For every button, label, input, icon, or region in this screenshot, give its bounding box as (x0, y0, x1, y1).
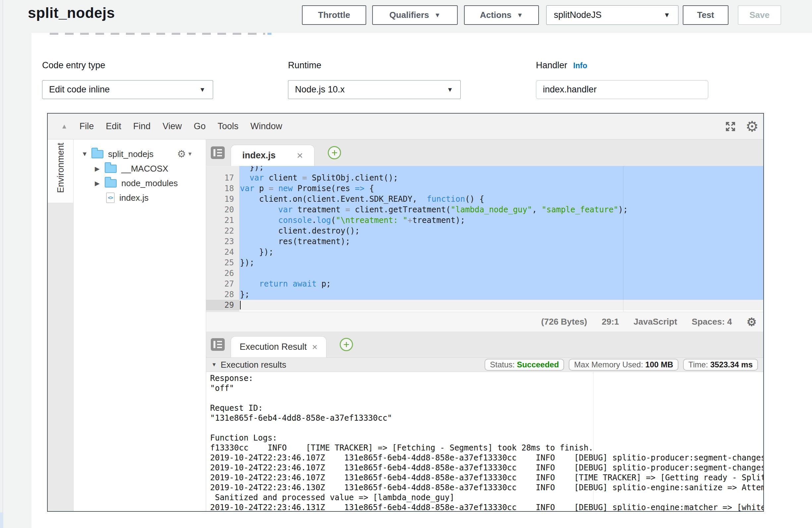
execution-results-header[interactable]: ▼ Execution results Status: SucceededMax… (206, 357, 763, 372)
status-badge: Status: Succeeded (484, 359, 564, 371)
runtime-value: Node.js 10.x (295, 85, 345, 95)
tree-item-macosx[interactable]: ▶ __MACOSX (74, 161, 206, 176)
code-entry-type-select[interactable]: Edit code inline ▼ (42, 80, 213, 99)
code-editing-area[interactable]: 17181920212223242526272829 }); var clien… (206, 166, 763, 312)
code-line[interactable] (239, 268, 763, 279)
tab-label: Execution Result (240, 342, 307, 352)
js-file-icon: <> (106, 192, 115, 203)
log-line: Sanitized and processed value => [lambda… (210, 493, 763, 502)
statusbar-settings-gear-icon[interactable]: ⚙ (747, 316, 757, 327)
close-tab-icon[interactable]: × (312, 342, 318, 352)
tree-settings-gear-icon[interactable]: ⚙▼ (177, 149, 192, 159)
status-badge: Max Memory Used: 100 MB (569, 359, 679, 371)
tab-label: index.js (242, 150, 276, 161)
caret-right-icon[interactable]: ▶ (95, 179, 105, 187)
gutter-line-number: 19 (206, 194, 239, 204)
chevron-down-icon: ▼ (664, 11, 670, 19)
menu-item-view[interactable]: View (162, 121, 182, 132)
save-button-label: Save (749, 10, 770, 20)
test-button[interactable]: Test (683, 5, 728, 25)
code-line[interactable]: }); (239, 258, 763, 268)
execution-log-pane[interactable]: Response:"off" Request ID:"131e865f-6eb4… (206, 372, 763, 511)
tree-root-split-nodejs[interactable]: ▼ split_nodejs ⚙▼ (74, 147, 206, 161)
log-line: Function Logs: (210, 433, 763, 443)
indent-setting[interactable]: Spaces: 4 (692, 317, 732, 327)
results-tabbar: Execution Result × + (206, 332, 763, 357)
folder-icon (91, 150, 103, 158)
chevron-down-icon: ▼ (447, 86, 453, 93)
text-cursor (240, 301, 241, 309)
file-size: (726 Bytes) (541, 317, 587, 327)
qualifiers-button-label: Qualifiers (389, 10, 429, 20)
throttle-button[interactable]: Throttle (302, 5, 366, 25)
log-line: "131e865f-6eb4-4dd8-858e-a37ef13330cc" (210, 413, 763, 423)
log-line: 2019-10-24T22:23:46.107Z 131e865f-6eb4-4… (210, 473, 763, 483)
code-line[interactable] (239, 300, 763, 310)
menu-item-tools[interactable]: Tools (217, 121, 238, 132)
tab-execution-result[interactable]: Execution Result × (231, 336, 327, 357)
code-line[interactable]: res(treatment); (239, 236, 763, 247)
collapse-panel-icon[interactable]: ▲ (61, 122, 68, 130)
code-lines[interactable]: }); var client = SplitObj.client();var p… (239, 166, 763, 312)
code-line[interactable]: return await p; (239, 279, 763, 289)
caret-down-icon[interactable]: ▼ (212, 362, 217, 368)
log-line (210, 423, 763, 433)
gutter-line-number: 20 (206, 204, 239, 215)
tree-item-label: __MACOSX (121, 164, 168, 174)
chevron-down-icon: ▼ (435, 12, 441, 19)
chevron-down-icon: ▼ (517, 12, 523, 19)
log-line: 2019-10-24T22:23:46.107Z 131e865f-6eb4-4… (210, 463, 763, 473)
gutter-line-number: 21 (206, 215, 239, 225)
handler-info-link[interactable]: Info (574, 61, 587, 70)
editor-menubar: ▲ File Edit Find View Go Tools Window ⚙ (48, 114, 763, 140)
gutter-line-number: 27 (206, 279, 239, 289)
close-tab-icon[interactable]: × (297, 149, 303, 162)
folder-icon (105, 179, 117, 188)
tree-item-node-modules[interactable]: ▶ node_modules (74, 176, 206, 190)
tree-item-indexjs[interactable]: <> index.js (74, 190, 206, 205)
code-line[interactable]: var p = new Promise(res => { (239, 183, 763, 194)
tree-root-label: split_nodejs (108, 149, 154, 159)
log-line: 2019-10-24T22:23:46.107Z 131e865f-6eb4-4… (210, 453, 763, 463)
tab-list-icon[interactable] (211, 338, 225, 351)
gutter-line-number: 17 (206, 173, 239, 183)
code-line[interactable]: }); (239, 166, 763, 173)
caret-right-icon[interactable]: ▶ (95, 165, 105, 173)
tab-indexjs[interactable]: index.js × (231, 145, 315, 166)
new-tab-plus-icon[interactable]: + (340, 338, 353, 351)
gutter: 17181920212223242526272829 (206, 166, 239, 312)
menu-item-find[interactable]: Find (133, 121, 151, 132)
code-entry-type-value: Edit code inline (49, 85, 110, 95)
code-line[interactable]: }); (239, 247, 763, 258)
clipped-content-fragment (267, 33, 272, 35)
log-line: 2019-10-24T22:23:46.131Z 131e865f-6eb4-4… (210, 502, 763, 511)
runtime-select[interactable]: Node.js 10.x ▼ (288, 80, 461, 99)
code-line[interactable]: }; (239, 289, 763, 300)
menu-item-file[interactable]: File (79, 121, 94, 132)
editor-settings-gear-icon[interactable]: ⚙ (746, 119, 759, 134)
code-editor-window: ▲ File Edit Find View Go Tools Window ⚙ … (47, 113, 764, 512)
code-line[interactable]: client.destroy(); (239, 225, 763, 236)
actions-button[interactable]: Actions ▼ (464, 5, 539, 25)
chevron-down-icon: ▼ (199, 86, 205, 93)
code-line[interactable]: var client = SplitObj.client(); (239, 173, 763, 183)
test-event-select[interactable]: splitNodeJS ▼ (546, 5, 679, 25)
menu-item-edit[interactable]: Edit (106, 121, 121, 132)
code-line[interactable]: console.log("\ntreatment: "+treatment); (239, 215, 763, 225)
tab-list-icon[interactable] (211, 146, 225, 159)
menu-item-window[interactable]: Window (250, 121, 282, 132)
new-tab-plus-icon[interactable]: + (328, 146, 341, 159)
log-line (210, 393, 763, 403)
code-line[interactable]: client.on(client.Event.SDK_READY, functi… (239, 194, 763, 204)
handler-input[interactable] (536, 80, 708, 99)
save-button[interactable]: Save (738, 5, 781, 25)
fullscreen-icon[interactable] (725, 120, 737, 132)
code-line[interactable]: var treatment = client.getTreatment("lam… (239, 204, 763, 215)
caret-down-icon[interactable]: ▼ (82, 150, 91, 158)
handler-label-text: Handler (536, 60, 567, 70)
environment-sidebar[interactable]: Environment (48, 140, 74, 511)
menu-item-go[interactable]: Go (193, 121, 205, 132)
tree-item-label: node_modules (121, 178, 178, 189)
language-mode[interactable]: JavaScript (634, 317, 678, 327)
qualifiers-button[interactable]: Qualifiers ▼ (372, 5, 458, 25)
